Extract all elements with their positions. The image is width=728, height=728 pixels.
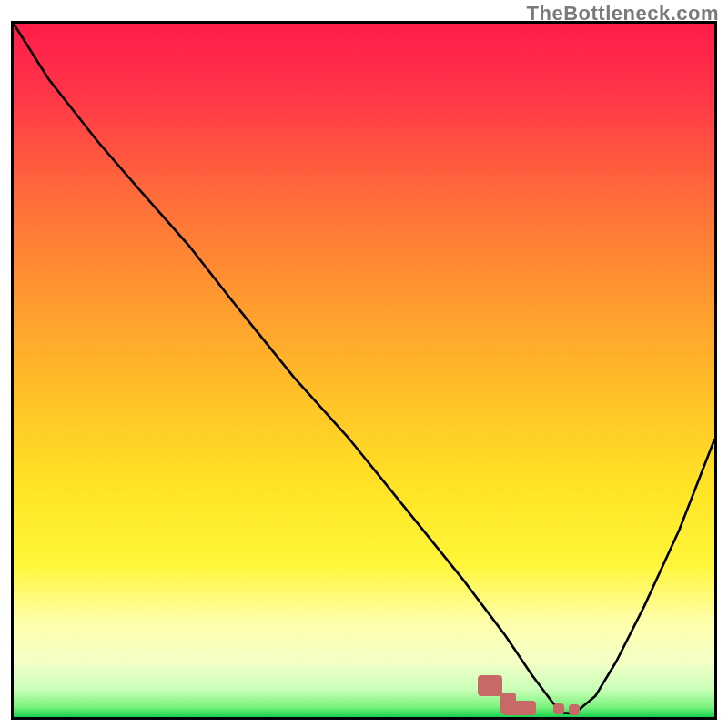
valley-marker [502, 701, 536, 716]
valley-marker [553, 703, 564, 714]
bottleneck-curve [14, 24, 714, 717]
valley-marker [569, 704, 580, 715]
curve-path [14, 24, 714, 713]
chart-frame [11, 21, 717, 720]
chart-area [14, 24, 714, 717]
valley-marker [478, 675, 502, 696]
